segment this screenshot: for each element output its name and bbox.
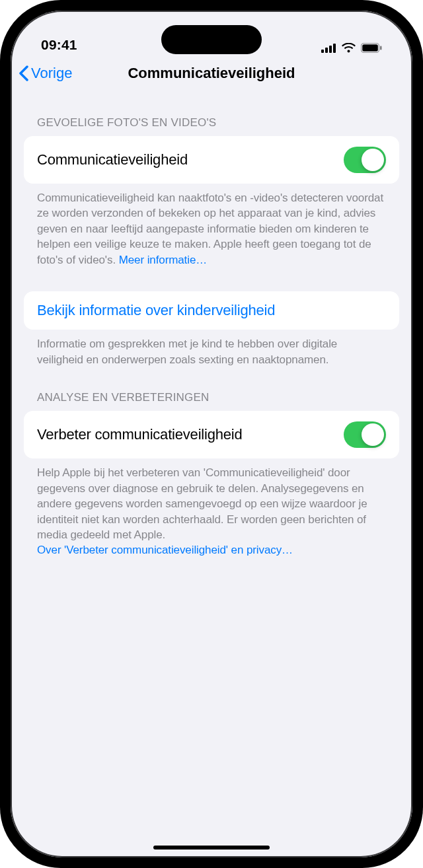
- wifi-icon: [342, 43, 356, 53]
- communication-safety-label: Communicatieveiligheid: [37, 151, 188, 168]
- improve-safety-row[interactable]: Verbeter communicatieveiligheid: [24, 411, 399, 458]
- svg-rect-2: [329, 46, 332, 53]
- section1-footer-text: Communicatieveiligheid kan naaktfoto's e…: [37, 192, 383, 266]
- section2-footer: Help Apple bij het verbeteren van 'Commu…: [24, 458, 399, 558]
- navigation-bar: Vorige Communicatieveiligheid: [11, 54, 412, 92]
- section-header-sensitive: Gevoelige foto's en video's: [24, 92, 399, 136]
- home-indicator[interactable]: [153, 846, 270, 850]
- cellular-icon: [321, 44, 336, 53]
- screen: 09:41: [11, 11, 412, 857]
- section-header-analytics: Analyse en verbeteringen: [24, 367, 399, 411]
- toggle-knob: [362, 149, 384, 171]
- dynamic-island: [161, 25, 262, 54]
- more-info-link[interactable]: Meer informatie…: [119, 254, 208, 266]
- device-frame: 09:41: [0, 0, 423, 868]
- section1-footer: Communicatieveiligheid kan naaktfoto's e…: [24, 184, 399, 268]
- status-time: 09:41: [41, 37, 77, 53]
- back-label: Vorige: [31, 65, 72, 82]
- page-title: Communicatieveiligheid: [128, 65, 295, 82]
- communication-safety-row[interactable]: Communicatieveiligheid: [24, 136, 399, 184]
- back-button[interactable]: Vorige: [19, 65, 72, 82]
- privacy-link[interactable]: Over 'Verbeter communicatieveiligheid' e…: [37, 544, 293, 556]
- link-row-footer: Informatie om gesprekken met je kind te …: [24, 330, 399, 367]
- svg-rect-1: [325, 48, 328, 53]
- battery-icon: [361, 43, 382, 53]
- svg-rect-5: [362, 44, 378, 52]
- chevron-left-icon: [19, 65, 28, 81]
- section2-footer-text: Help Apple bij het verbeteren van 'Commu…: [37, 466, 367, 541]
- improve-safety-toggle[interactable]: [344, 421, 386, 448]
- toggle-knob: [362, 423, 384, 446]
- svg-rect-0: [321, 50, 324, 53]
- svg-rect-3: [333, 44, 336, 53]
- child-safety-info-label: Bekijk informatie over kinderveiligheid: [37, 302, 275, 319]
- svg-rect-6: [380, 46, 382, 50]
- communication-safety-toggle[interactable]: [344, 147, 386, 173]
- improve-safety-label: Verbeter communicatieveiligheid: [37, 426, 243, 443]
- status-icons: [321, 43, 382, 53]
- settings-content: Gevoelige foto's en video's Communicatie…: [11, 92, 412, 558]
- child-safety-info-row[interactable]: Bekijk informatie over kinderveiligheid: [24, 291, 399, 330]
